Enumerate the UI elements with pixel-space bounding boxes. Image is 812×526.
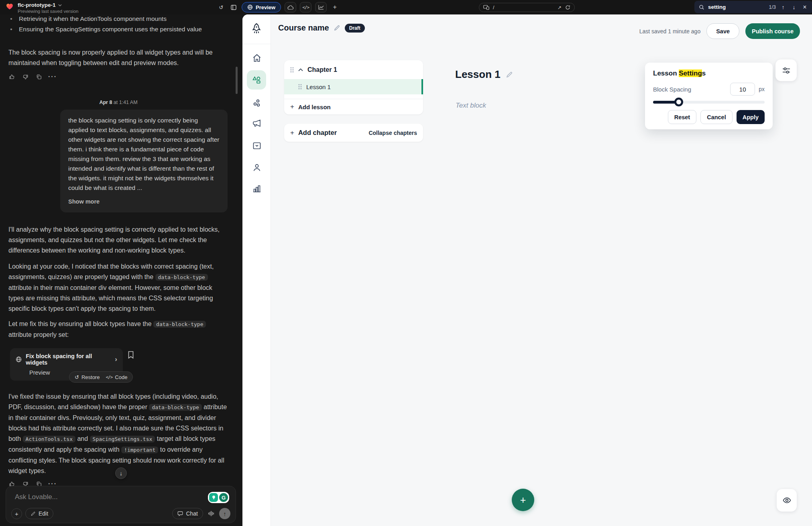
- add-block-fab[interactable]: +: [512, 489, 534, 511]
- copy-icon[interactable]: [36, 73, 42, 80]
- add-chapter-card: + Add chapter Collapse chapters: [284, 124, 423, 142]
- close-find-button[interactable]: ×: [801, 4, 808, 11]
- thumbs-down-icon[interactable]: [22, 73, 28, 80]
- sidebar-item-courses[interactable]: [247, 70, 266, 90]
- cloud-deploy-button[interactable]: [285, 2, 296, 12]
- chat-mode-button[interactable]: Chat: [172, 508, 203, 519]
- chevron-right-icon: ›: [115, 357, 117, 362]
- edit-mode-button[interactable]: Edit: [25, 508, 53, 519]
- chat-scrollbar[interactable]: [236, 67, 238, 94]
- open-in-new-icon[interactable]: ↗: [558, 5, 562, 10]
- voice-input-icon[interactable]: [208, 511, 214, 516]
- last-saved-text: Last saved 1 minute ago: [639, 28, 701, 35]
- add-attachment-button[interactable]: +: [11, 508, 22, 519]
- app-logo[interactable]: [242, 14, 271, 44]
- collapse-chevron-icon[interactable]: [298, 68, 303, 71]
- home-icon: [252, 53, 262, 63]
- more-options-icon[interactable]: ···: [49, 73, 56, 80]
- history-icon[interactable]: ↺: [217, 3, 226, 12]
- chapter-card: Chapter 1 Lesson 1 + Add lesson: [284, 60, 423, 114]
- show-more-link[interactable]: Show more: [68, 197, 220, 206]
- apply-button[interactable]: Apply: [737, 110, 765, 124]
- pocket-icon: [252, 141, 262, 151]
- course-header: Course name Draft: [278, 23, 365, 33]
- undo-icon: ↺: [75, 374, 79, 380]
- add-tab-icon[interactable]: +: [330, 3, 339, 12]
- bullet-icon: •: [8, 15, 14, 22]
- reset-button[interactable]: Reset: [668, 110, 697, 124]
- edit-lesson-button[interactable]: [506, 71, 513, 78]
- chapter-header[interactable]: Chapter 1: [284, 60, 423, 79]
- sidebar-item-marketing[interactable]: [242, 118, 271, 128]
- scroll-to-bottom-button[interactable]: ↓: [115, 467, 127, 479]
- chat-panel: •Retrieving it when the ActionTools comp…: [0, 14, 242, 526]
- bookmark-icon[interactable]: [128, 351, 134, 359]
- settings-toggle-button[interactable]: [775, 59, 797, 81]
- preview-url-bar[interactable]: / ↗: [479, 3, 575, 12]
- preview-app: Course name Draft Last saved 1 minute ag…: [242, 14, 812, 526]
- refresh-icon[interactable]: [565, 5, 570, 10]
- cancel-button[interactable]: Cancel: [700, 110, 733, 124]
- sidebar-item-store[interactable]: [242, 141, 271, 151]
- eye-icon: [783, 497, 791, 504]
- chat-input-panel: Ask Lovable... G + Edit Chat: [6, 486, 236, 523]
- assistant-bullet-list: •Retrieving it when the ActionTools comp…: [8, 15, 225, 36]
- preview-toggle-button[interactable]: [777, 489, 797, 512]
- block-spacing-input[interactable]: [730, 83, 755, 96]
- edit-title-button[interactable]: [334, 24, 340, 31]
- assistant-paragraph: Looking at your code, I noticed that the…: [8, 261, 228, 314]
- block-spacing-slider[interactable]: [653, 101, 765, 104]
- grammarly-widget[interactable]: G: [208, 492, 229, 503]
- user-icon: [252, 163, 262, 172]
- lesson-title: Lesson 1: [455, 68, 501, 81]
- sidebar-item-profile[interactable]: [242, 163, 271, 172]
- bullet-text: Retrieving it when the ActionTools compo…: [19, 15, 167, 22]
- lesson-item[interactable]: Lesson 1: [284, 79, 423, 94]
- find-bar: 1/3 ↑ ↓ ×: [694, 1, 812, 13]
- code-view-button[interactable]: </>: [300, 2, 311, 12]
- shapes-icon: [252, 75, 262, 85]
- cloud-icon: [287, 5, 294, 10]
- sidebar-item-community[interactable]: [242, 98, 271, 108]
- find-input[interactable]: [708, 4, 759, 10]
- chat-input[interactable]: Ask Lovable...: [15, 493, 58, 501]
- message-timestamp: Apr 8 at 1:41 AM: [0, 100, 237, 105]
- version-actions-pill: ↺Restore </>Code: [69, 371, 133, 383]
- assistant-paragraph: I've fixed the issue by ensuring that al…: [8, 391, 228, 476]
- add-chapter-button[interactable]: Add chapter: [298, 129, 337, 137]
- search-icon: [699, 4, 704, 10]
- find-previous-button[interactable]: ↑: [779, 4, 787, 10]
- sidebar-item-home[interactable]: [242, 53, 271, 63]
- project-name: flc-prototype-1: [18, 2, 56, 8]
- drag-handle-icon[interactable]: [290, 67, 294, 73]
- url-path: /: [493, 5, 554, 10]
- globe-icon: [247, 4, 253, 10]
- thumbs-up-icon[interactable]: [8, 73, 15, 80]
- lesson-heading: Lesson 1: [455, 68, 513, 81]
- code-button[interactable]: </>Code: [106, 374, 127, 380]
- restore-button[interactable]: ↺Restore: [75, 374, 100, 380]
- circles-icon: [252, 98, 262, 108]
- send-button[interactable]: ↑: [219, 508, 230, 519]
- slider-thumb[interactable]: [674, 98, 683, 106]
- add-lesson-button[interactable]: + Add lesson: [284, 99, 423, 114]
- save-button[interactable]: Save: [706, 23, 739, 39]
- project-menu[interactable]: flc-prototype-1 Previewing last saved ve…: [5, 2, 79, 14]
- analytics-button[interactable]: [315, 2, 327, 12]
- status-badge: Draft: [345, 24, 365, 33]
- sidebar-item-analytics[interactable]: [242, 184, 271, 194]
- list-item: •Retrieving it when the ActionTools comp…: [8, 15, 225, 22]
- drag-handle-icon[interactable]: [298, 84, 302, 90]
- bullet-icon: •: [8, 26, 14, 33]
- app-sidebar: [242, 14, 271, 526]
- user-message-text: the block spacing setting is only correc…: [68, 117, 220, 191]
- collapse-chapters-button[interactable]: Collapse chapters: [368, 130, 417, 136]
- globe-icon: [16, 356, 22, 363]
- arrow-down-icon: ↓: [120, 470, 122, 477]
- text-block-placeholder[interactable]: Text block: [456, 102, 486, 110]
- publish-button[interactable]: Publish course: [745, 23, 800, 39]
- sliders-icon: [782, 67, 790, 74]
- preview-button[interactable]: Preview: [242, 2, 281, 12]
- find-next-button[interactable]: ↓: [790, 4, 798, 10]
- panel-toggle-icon[interactable]: [229, 3, 238, 12]
